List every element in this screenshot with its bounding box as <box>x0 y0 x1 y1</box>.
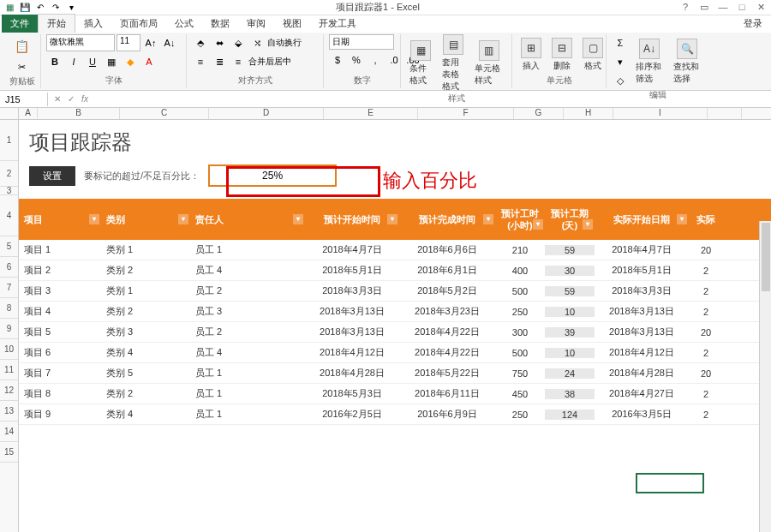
cell[interactable]: 2018年3月13日 <box>595 326 689 338</box>
cell[interactable]: 210 <box>495 245 545 255</box>
cell[interactable]: 20 <box>689 327 723 338</box>
col-header-H[interactable]: H <box>564 108 613 119</box>
cell[interactable]: 项目 4 <box>19 305 101 318</box>
worksheet[interactable]: ABCDEFGHI 123456789101112131415 项目跟踪器 设置… <box>0 108 771 532</box>
percent-icon[interactable]: % <box>348 51 365 69</box>
name-box[interactable]: J15 <box>0 93 48 106</box>
sort-filter-button[interactable]: A↓排序和筛选 <box>632 39 666 85</box>
align-bot-icon[interactable]: ⬙ <box>230 34 247 51</box>
decrease-font-icon[interactable]: A↓ <box>161 34 178 51</box>
cell[interactable]: 员工 4 <box>190 264 305 277</box>
wrap-text-button[interactable]: 自动换行 <box>267 37 302 49</box>
tab-file[interactable]: 文件 <box>2 15 38 33</box>
cell[interactable]: 30 <box>545 266 595 276</box>
filter-icon[interactable]: ▾ <box>178 214 188 224</box>
cell[interactable]: 2 <box>689 389 723 399</box>
cell[interactable]: 员工 1 <box>190 243 305 256</box>
pct-value-cell[interactable]: 25% <box>208 164 337 187</box>
save-icon[interactable]: 💾 <box>19 2 31 14</box>
cell-style-button[interactable]: ▥单元格样式 <box>471 40 506 87</box>
cell[interactable]: 2018年3月23日 <box>399 305 495 318</box>
cell[interactable]: 250 <box>495 307 545 317</box>
filter-icon[interactable]: ▾ <box>483 214 493 224</box>
cell[interactable]: 38 <box>545 389 595 399</box>
cell[interactable]: 300 <box>495 327 545 338</box>
cell[interactable]: 员工 1 <box>190 408 305 421</box>
bold-icon[interactable]: B <box>46 53 63 70</box>
table-row[interactable]: 项目 7类别 5员工 12018年4月28日2018年5月22日75024201… <box>19 363 771 384</box>
dec-inc-icon[interactable]: .0 <box>386 51 403 69</box>
row-header-13[interactable]: 13 <box>0 401 18 421</box>
vertical-scrollbar[interactable] <box>759 221 771 532</box>
row-header-1[interactable]: 1 <box>0 120 18 161</box>
cell[interactable]: 2 <box>689 266 723 276</box>
cell[interactable]: 2018年5月1日 <box>305 264 399 277</box>
help-icon[interactable]: ? <box>678 2 692 13</box>
cell[interactable]: 类别 2 <box>101 387 190 400</box>
cell[interactable]: 2 <box>689 409 723 420</box>
cell[interactable]: 员工 1 <box>190 387 305 400</box>
cell[interactable]: 项目 8 <box>19 387 101 400</box>
font-name-select[interactable]: 微软雅黑 <box>46 34 115 51</box>
fx-icon[interactable]: fx <box>79 94 91 104</box>
currency-icon[interactable]: $ <box>329 51 346 69</box>
clear-icon[interactable]: ◇ <box>612 72 629 89</box>
cell[interactable]: 类别 1 <box>101 243 190 256</box>
cell[interactable]: 250 <box>495 409 545 420</box>
cell[interactable]: 项目 9 <box>19 408 101 421</box>
cell[interactable]: 员工 4 <box>190 346 305 359</box>
cell[interactable]: 类别 2 <box>101 264 190 277</box>
cell[interactable]: 2018年3月13日 <box>595 305 689 318</box>
find-select-button[interactable]: 🔍查找和选择 <box>670 39 704 85</box>
tab-review[interactable]: 审阅 <box>238 15 274 33</box>
cell[interactable]: 500 <box>495 348 545 358</box>
cell[interactable]: 10 <box>545 348 595 358</box>
filter-icon[interactable]: ▾ <box>677 214 687 224</box>
fill-color-icon[interactable]: ◆ <box>122 53 139 70</box>
table-row[interactable]: 项目 9类别 4员工 12016年2月5日2016年6月9日2501242016… <box>19 404 771 425</box>
tab-data[interactable]: 数据 <box>202 15 238 33</box>
th-plan-end[interactable]: 预计完成时间▾ <box>399 213 495 226</box>
comma-icon[interactable]: , <box>367 51 384 69</box>
align-top-icon[interactable]: ⬘ <box>192 34 209 51</box>
redo-icon[interactable]: ↷ <box>50 2 62 14</box>
cell[interactable]: 项目 5 <box>19 326 101 338</box>
autosum-icon[interactable]: Σ <box>612 34 629 51</box>
th-actual-start[interactable]: 实际开始日期▾ <box>595 213 689 226</box>
cell[interactable]: 员工 2 <box>190 326 305 338</box>
table-row[interactable]: 项目 4类别 2员工 32018年3月13日2018年3月23日25010201… <box>19 302 771 322</box>
cell[interactable]: 2018年4月28日 <box>595 367 689 380</box>
cell[interactable]: 2 <box>689 348 723 358</box>
cell[interactable]: 24 <box>545 368 595 379</box>
cell[interactable]: 员工 1 <box>190 367 305 380</box>
align-left-icon[interactable]: ≡ <box>192 53 209 70</box>
insert-cell-button[interactable]: ⊞插入 <box>517 38 545 72</box>
row-header-3[interactable]: 3 <box>0 187 18 195</box>
row-header-8[interactable]: 8 <box>0 298 18 319</box>
cell[interactable]: 2018年4月27日 <box>595 387 689 400</box>
font-color-icon[interactable]: A <box>140 53 158 70</box>
cell[interactable]: 2018年6月6日 <box>399 243 495 256</box>
cell[interactable]: 2 <box>689 307 723 317</box>
table-row[interactable]: 项目 5类别 3员工 22018年3月13日2018年4月22日30039201… <box>19 322 771 343</box>
table-row[interactable]: 项目 2类别 2员工 42018年5月1日2018年6月1日400302018年… <box>19 260 771 281</box>
cell[interactable]: 2016年3月5日 <box>595 408 689 421</box>
tab-home[interactable]: 开始 <box>38 14 75 33</box>
cell[interactable]: 2018年5月3日 <box>305 387 399 400</box>
orient-icon[interactable]: ⤭ <box>248 34 266 51</box>
th-project[interactable]: 项目▾ <box>19 213 101 226</box>
merge-button[interactable]: 合并后居中 <box>248 56 291 68</box>
cell[interactable]: 类别 2 <box>101 305 190 318</box>
number-format-select[interactable]: 日期 <box>329 34 394 50</box>
tab-formula[interactable]: 公式 <box>166 15 202 33</box>
login-link[interactable]: 登录 <box>735 15 771 33</box>
cell[interactable]: 项目 6 <box>19 346 101 359</box>
align-mid-icon[interactable]: ⬌ <box>211 34 228 51</box>
col-header-I[interactable]: I <box>613 108 708 119</box>
cell[interactable]: 750 <box>495 368 545 379</box>
row-header-6[interactable]: 6 <box>0 257 18 278</box>
row-header-11[interactable]: 11 <box>0 360 18 380</box>
align-right-icon[interactable]: ≡ <box>230 53 247 70</box>
row-header-5[interactable]: 5 <box>0 236 18 257</box>
format-cell-button[interactable]: ▢格式 <box>579 38 607 72</box>
